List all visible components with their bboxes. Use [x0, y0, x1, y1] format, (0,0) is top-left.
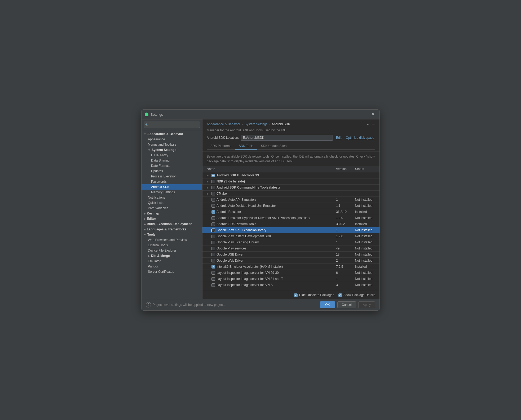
sidebar-item-menus-toolbars[interactable]: Menus and Toolbars	[142, 142, 202, 147]
row-name: Google USB Driver	[217, 253, 244, 256]
sidebar-item-android-sdk[interactable]: Android SDK	[142, 184, 202, 190]
close-button[interactable]: ✕	[370, 112, 376, 117]
sidebar-item-path-variables[interactable]: Path Variables	[142, 205, 202, 211]
row-version: 1	[333, 227, 352, 233]
show-details-checkbox[interactable]	[338, 293, 342, 297]
row-checkbox[interactable]	[211, 204, 215, 208]
sidebar-item-build-execution[interactable]: ▶ Build, Execution, Deployment	[142, 221, 202, 227]
row-expand-icon[interactable]: ▶	[207, 192, 210, 195]
row-version: 13	[333, 252, 352, 258]
row-checkbox[interactable]	[211, 174, 215, 177]
collapse-arrow: ▶	[144, 217, 146, 220]
row-expand-icon[interactable]: ▶	[207, 180, 210, 183]
sidebar-item-keymap[interactable]: ▶ Keymap	[142, 211, 202, 216]
table-row[interactable]: ▶ Google Play Instant Development SDK 1.…	[202, 233, 379, 239]
sidebar-item-updates[interactable]: Updates	[142, 168, 202, 174]
table-row[interactable]: ▶ Google Play APK Expansion library 1 No…	[202, 227, 379, 233]
row-checkbox[interactable]	[211, 186, 215, 189]
sidebar-item-web-browsers[interactable]: Web Browsers and Preview	[142, 237, 202, 243]
sidebar-item-http-proxy[interactable]: HTTP Proxy	[142, 153, 202, 158]
sidebar-item-device-file-explorer[interactable]: Device File Explorer	[142, 248, 202, 253]
row-checkbox[interactable]	[211, 216, 215, 220]
hide-obsolete-checkbox[interactable]	[294, 293, 298, 297]
row-checkbox[interactable]	[211, 235, 215, 238]
table-row[interactable]: ▶ Google Web Driver 2 Not installed	[202, 258, 379, 264]
table-row[interactable]: ▶ Android SDK Build-Tools 33	[202, 172, 379, 178]
row-checkbox[interactable]	[211, 180, 215, 183]
breadcrumb-part-2[interactable]: System Settings	[245, 122, 268, 126]
cancel-button[interactable]: Cancel	[337, 301, 356, 308]
table-row[interactable]: ▶ Layout Inspector image server for API …	[202, 270, 379, 276]
show-details-label[interactable]: Show Package Details	[338, 293, 375, 297]
sidebar: ▼ Appearance & Behavior Appearance Menus…	[142, 119, 202, 299]
sidebar-item-languages-frameworks[interactable]: ▶ Languages & Frameworks	[142, 227, 202, 232]
row-version	[333, 185, 352, 191]
breadcrumb-part-1[interactable]: Appearance & Behavior	[207, 122, 240, 126]
row-status: Not installed	[352, 197, 379, 203]
row-checkbox[interactable]	[211, 247, 215, 250]
sidebar-item-pandoc[interactable]: Pandoc	[142, 264, 202, 269]
row-checkbox[interactable]	[211, 271, 215, 275]
sidebar-item-data-sharing[interactable]: Data Sharing	[142, 158, 202, 163]
table-row[interactable]: ▶ Android Emulator Hypervisor Driver for…	[202, 215, 379, 221]
table-row[interactable]: ▶ Google USB Driver 13 Not installed	[202, 252, 379, 258]
sidebar-item-quick-lists[interactable]: Quick Lists	[142, 200, 202, 205]
row-checkbox[interactable]	[211, 241, 215, 244]
edit-button[interactable]: Edit	[335, 135, 343, 140]
nav-back-button[interactable]: ←	[366, 122, 370, 126]
row-checkbox[interactable]	[211, 222, 215, 226]
search-input[interactable]	[144, 122, 200, 128]
row-version: 1.1	[333, 203, 352, 209]
sidebar-item-label: Build, Execution, Deployment	[147, 222, 192, 226]
hide-obsolete-label[interactable]: Hide Obsolete Packages	[294, 293, 334, 297]
table-row[interactable]: ▶ NDK (Side by side)	[202, 178, 379, 185]
sidebar-item-editor[interactable]: ▶ Editor	[142, 216, 202, 221]
sidebar-item-diff-merge[interactable]: ▶ Diff & Merge	[142, 253, 202, 258]
row-checkbox[interactable]	[211, 265, 215, 269]
sidebar-item-system-settings[interactable]: ▼ System Settings	[142, 147, 202, 153]
sidebar-item-memory-settings[interactable]: Memory Settings	[142, 190, 202, 195]
tab-sdk-update-sites[interactable]: SDK Update Sites	[257, 143, 290, 150]
tab-sdk-tools[interactable]: SDK Tools	[235, 143, 257, 150]
table-row[interactable]: ▶ Layout Inspector image server for API …	[202, 282, 379, 288]
table-row[interactable]: ▶ Layout Inspector image server for API …	[202, 276, 379, 282]
help-button[interactable]: ?	[146, 302, 151, 307]
table-row[interactable]: ▶ Google Play services 49 Not installed	[202, 245, 379, 252]
table-row[interactable]: ▶ Android SDK Command-line Tools (latest…	[202, 185, 379, 191]
row-expand-icon[interactable]: ▶	[207, 174, 210, 177]
row-checkbox[interactable]	[211, 277, 215, 281]
table-row[interactable]: ▶ Google Play Licensing Library 1 Not in…	[202, 239, 379, 245]
nav-forward-button[interactable]: →	[372, 122, 375, 126]
table-row[interactable]: ▶ Android Emulator 31.2.10 Installed	[202, 209, 379, 215]
table-row[interactable]: ▶ Android Auto Desktop Head Unit Emulato…	[202, 203, 379, 209]
ok-button[interactable]: OK	[320, 301, 335, 308]
sidebar-item-server-certificates[interactable]: Server Certificates	[142, 269, 202, 274]
row-checkbox[interactable]	[211, 192, 215, 195]
table-row[interactable]: ▶ CMake	[202, 191, 379, 197]
sidebar-item-notifications[interactable]: Notifications	[142, 195, 202, 200]
optimize-disk-button[interactable]: Optimize disk space	[345, 135, 375, 140]
row-checkbox[interactable]	[211, 229, 215, 232]
sdk-location-input[interactable]	[241, 135, 333, 141]
sidebar-item-external-tools[interactable]: External Tools	[142, 243, 202, 248]
sidebar-item-tools[interactable]: ▼ Tools	[142, 232, 202, 237]
sidebar-item-date-formats[interactable]: Date Formats	[142, 163, 202, 168]
row-checkbox[interactable]	[211, 283, 215, 287]
tab-sdk-platforms[interactable]: SDK Platforms	[207, 143, 235, 150]
row-expand-icon[interactable]: ▶	[207, 186, 210, 189]
sidebar-item-appearance[interactable]: Appearance	[142, 137, 202, 142]
sidebar-item-process-elevation[interactable]: Process Elevation	[142, 174, 202, 179]
row-checkbox[interactable]	[211, 198, 215, 202]
row-checkbox[interactable]	[211, 210, 215, 214]
row-version	[333, 172, 352, 178]
table-row[interactable]: ▶ Intel x86 Emulator Accelerator (HAXM i…	[202, 264, 379, 270]
collapse-arrow: ▶	[144, 212, 146, 215]
table-row[interactable]: ▶ Android Auto API Simulators 1 Not inst…	[202, 197, 379, 203]
sidebar-item-appearance-behavior[interactable]: ▼ Appearance & Behavior	[142, 131, 202, 137]
sidebar-item-passwords[interactable]: Passwords	[142, 179, 202, 184]
row-checkbox[interactable]	[211, 259, 215, 262]
row-checkbox[interactable]	[211, 253, 215, 256]
row-name: Android Emulator Hypervisor Driver for A…	[217, 216, 310, 220]
table-row[interactable]: ▶ Android SDK Platform-Tools 33.0.2 Inst…	[202, 221, 379, 227]
sidebar-item-emulator[interactable]: Emulator	[142, 258, 202, 264]
